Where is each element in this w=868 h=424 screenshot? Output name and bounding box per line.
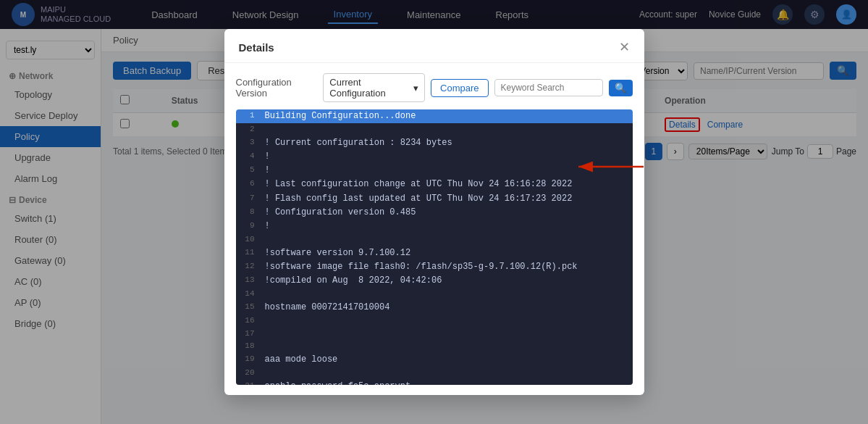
- code-line: 3! Current configuration : 8234 bytes: [236, 136, 633, 150]
- dropdown-chevron-icon: ▾: [413, 83, 418, 93]
- code-line: 12!software image file flash0: /flash/sp…: [236, 260, 633, 274]
- line-number: 18: [236, 340, 262, 353]
- code-line: 1Building Configuration...done: [236, 109, 633, 123]
- code-line: 18: [236, 340, 633, 353]
- line-number: 1: [236, 109, 262, 123]
- line-number: 17: [236, 328, 262, 341]
- line-content: [262, 367, 633, 380]
- code-line: 16: [236, 315, 633, 328]
- line-content: !compiled on Aug 8 2022, 04:42:06: [262, 274, 633, 288]
- line-number: 3: [236, 136, 262, 150]
- line-content: enable password fa5c encrypt: [262, 380, 633, 385]
- code-line: 4!: [236, 150, 633, 164]
- line-content: [262, 123, 633, 136]
- code-line: 6! Last configuration change at UTC Thu …: [236, 178, 633, 191]
- line-content: hostname 000721417010004: [262, 301, 633, 315]
- code-line: 9!: [236, 220, 633, 233]
- keyword-search-input[interactable]: [494, 79, 603, 96]
- line-number: 12: [236, 260, 262, 274]
- line-number: 13: [236, 274, 262, 288]
- line-number: 19: [236, 353, 262, 367]
- line-number: 5: [236, 164, 262, 178]
- modal-overlay[interactable]: Details ✕ Configuration Version Current …: [0, 0, 868, 424]
- compare-button[interactable]: Compare: [431, 79, 488, 97]
- line-number: 8: [236, 206, 262, 220]
- code-line: 15hostname 000721417010004: [236, 301, 633, 315]
- line-number: 16: [236, 315, 262, 328]
- code-area: 1Building Configuration...done23! Curren…: [236, 109, 633, 385]
- code-line: 7! Flash config last updated at UTC Thu …: [236, 192, 633, 206]
- line-number: 2: [236, 123, 262, 136]
- details-modal: Details ✕ Configuration Version Current …: [224, 29, 644, 395]
- line-content: !software version 9.7.100.12: [262, 246, 633, 260]
- line-content: [262, 233, 633, 246]
- line-number: 15: [236, 301, 262, 315]
- code-line: 19aaa mode loose: [236, 353, 633, 367]
- line-content: !software image file flash0: /flash/sp35…: [262, 260, 633, 274]
- code-line: 10: [236, 233, 633, 246]
- code-line: 8! Configuration version 0.485: [236, 206, 633, 220]
- line-content: Building Configuration...done: [262, 109, 633, 123]
- line-content: [262, 315, 633, 328]
- code-line: 14: [236, 288, 633, 301]
- config-version-select[interactable]: Current Configuration ▾: [323, 73, 425, 102]
- code-line: 21enable password fa5c encrypt: [236, 380, 633, 385]
- config-version-label: Configuration Version: [236, 77, 318, 99]
- modal-header: Details ✕: [224, 29, 644, 63]
- line-content: !: [262, 164, 633, 178]
- line-number: 10: [236, 233, 262, 246]
- config-version-value: Current Configuration: [329, 77, 410, 99]
- line-content: ! Current configuration : 8234 bytes: [262, 136, 633, 150]
- line-content: !: [262, 150, 633, 164]
- line-content: !: [262, 220, 633, 233]
- code-line: 11!software version 9.7.100.12: [236, 246, 633, 260]
- line-content: ! Configuration version 0.485: [262, 206, 633, 220]
- line-number: 7: [236, 192, 262, 206]
- code-line: 13!compiled on Aug 8 2022, 04:42:06: [236, 274, 633, 288]
- line-number: 14: [236, 288, 262, 301]
- line-number: 6: [236, 178, 262, 191]
- keyword-search-button[interactable]: 🔍: [609, 80, 633, 96]
- line-content: aaa mode loose: [262, 353, 633, 367]
- code-line: 2: [236, 123, 633, 136]
- line-number: 20: [236, 367, 262, 380]
- line-number: 4: [236, 150, 262, 164]
- line-content: [262, 288, 633, 301]
- code-line: 5!: [236, 164, 633, 178]
- line-content: ! Flash config last updated at UTC Thu N…: [262, 192, 633, 206]
- code-line: 20: [236, 367, 633, 380]
- modal-title: Details: [239, 41, 274, 54]
- line-content: [262, 328, 633, 341]
- code-line: 17: [236, 328, 633, 341]
- modal-body: Configuration Version Current Configurat…: [224, 63, 644, 395]
- line-content: [262, 340, 633, 353]
- line-number: 9: [236, 220, 262, 233]
- config-toolbar: Configuration Version Current Configurat…: [236, 73, 633, 102]
- modal-close-button[interactable]: ✕: [619, 39, 630, 55]
- line-number: 21: [236, 380, 262, 385]
- line-number: 11: [236, 246, 262, 260]
- line-content: ! Last configuration change at UTC Thu N…: [262, 178, 633, 191]
